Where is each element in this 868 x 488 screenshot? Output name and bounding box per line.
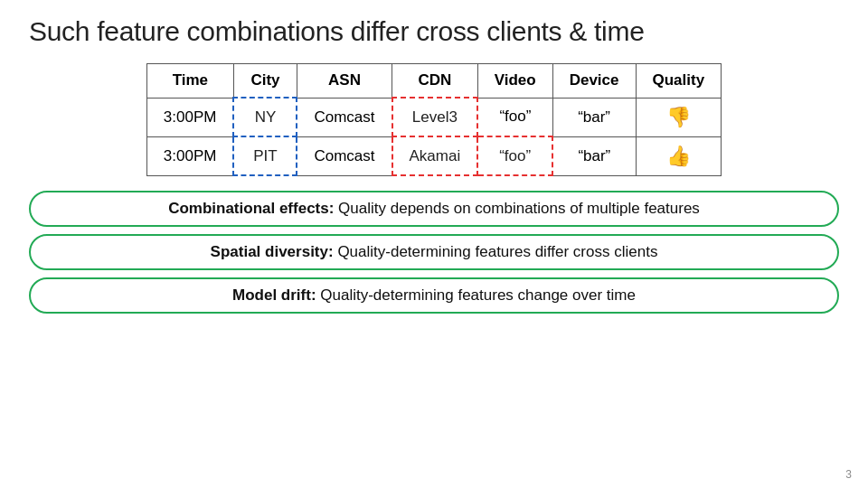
cell-video: “foo” <box>477 136 552 175</box>
col-header-time: Time <box>146 64 233 99</box>
info-box-bold: Combinational effects: <box>168 200 334 217</box>
info-box-text: Quality-determining features change over… <box>316 286 636 304</box>
info-box: Combinational effects: Quality depends o… <box>29 191 839 227</box>
cell-time: 3:00PM <box>146 136 233 175</box>
col-header-video: Video <box>477 64 552 99</box>
col-header-device: Device <box>552 64 636 99</box>
table-section: Time City ASN CDN Video Device Quality 3… <box>29 63 839 176</box>
cell-quality: 👍 <box>636 136 722 175</box>
col-header-asn: ASN <box>297 64 392 99</box>
cell-asn: Comcast <box>297 136 392 175</box>
info-boxes: Combinational effects: Quality depends o… <box>29 191 839 314</box>
page: Such feature combinations differ cross c… <box>0 0 868 488</box>
cell-device: “bar” <box>552 98 636 136</box>
page-number: 3 <box>845 468 852 481</box>
cell-city: PIT <box>233 136 297 175</box>
table-row: 3:00PMPITComcastAkamai“foo”“bar”👍 <box>146 136 721 175</box>
info-box-text: Quality-determining features differ cros… <box>334 243 658 260</box>
info-box-text: Quality depends on combinations of multi… <box>334 200 699 217</box>
col-header-city: City <box>233 64 297 99</box>
feature-table: Time City ASN CDN Video Device Quality 3… <box>146 63 722 176</box>
info-box: Spatial diversity: Quality-determining f… <box>29 234 839 270</box>
info-box-bold: Spatial diversity: <box>211 243 334 260</box>
page-title: Such feature combinations differ cross c… <box>29 16 839 47</box>
cell-cdn: Level3 <box>392 98 478 136</box>
cell-device: “bar” <box>552 136 636 175</box>
cell-cdn: Akamai <box>392 136 478 175</box>
info-box-bold: Model drift: <box>232 286 316 304</box>
thumbs-up-icon: 👍 <box>666 145 691 168</box>
cell-video: “foo” <box>477 98 552 136</box>
cell-time: 3:00PM <box>146 98 233 136</box>
col-header-cdn: CDN <box>392 64 478 99</box>
table-row: 3:00PMNYComcastLevel3“foo”“bar”👎 <box>146 98 721 136</box>
cell-asn: Comcast <box>297 98 392 136</box>
cell-quality: 👎 <box>636 98 722 136</box>
cell-city: NY <box>233 98 297 136</box>
info-box: Model drift: Quality-determining feature… <box>29 277 839 314</box>
thumbs-down-icon: 👎 <box>666 106 691 129</box>
col-header-quality: Quality <box>636 64 722 99</box>
